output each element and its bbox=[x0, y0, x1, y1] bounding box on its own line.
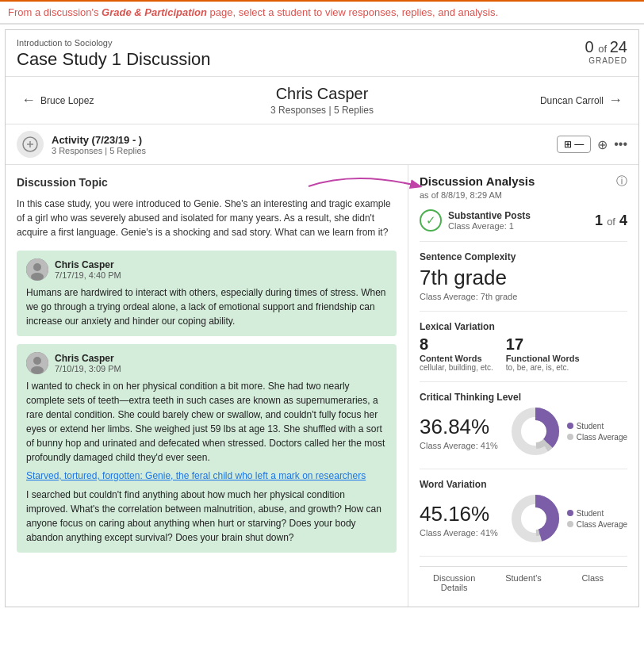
word-variation-section: Word Variation 45.16% Class Average: 41% bbox=[420, 479, 627, 557]
sentence-complexity-section: Sentence Complexity 7th grade Class Aver… bbox=[420, 251, 627, 312]
substantive-label: Substantive Posts bbox=[448, 210, 531, 221]
check-circle-icon: ✓ bbox=[420, 209, 442, 232]
header-right: 0 of 24 GRADED bbox=[585, 38, 627, 65]
post-date-2: 7/10/19, 3:09 PM bbox=[55, 364, 121, 373]
left-panel: Discussion Topic In this case study, you… bbox=[6, 165, 408, 607]
tab-class[interactable]: Class bbox=[558, 567, 627, 597]
banner-italic-text: Grade & Participation bbox=[102, 6, 207, 18]
tab-students[interactable]: Student's bbox=[489, 567, 558, 597]
activity-bar-right: ⊞ — ⊕ ••• bbox=[557, 136, 627, 153]
post-author-1: Chris Casper bbox=[55, 259, 121, 270]
activity-text: Activity (7/23/19 - ) 3 Responses | 5 Re… bbox=[52, 134, 146, 155]
functional-words-sub: to, be, are, is, etc. bbox=[506, 363, 580, 372]
responses-count: 3 Responses bbox=[270, 105, 326, 116]
next-student-name: Duncan Carroll bbox=[540, 95, 604, 106]
analysis-title: Discussion Analysis bbox=[420, 174, 535, 188]
word-variation-label: Word Variation bbox=[420, 479, 627, 490]
word-variation-avg: Class Average: 41% bbox=[420, 528, 498, 538]
prev-arrow-icon: ← bbox=[21, 92, 36, 109]
grid-icon: ⊞ bbox=[564, 139, 572, 150]
post-author-2: Chris Casper bbox=[55, 353, 121, 364]
post-link-2[interactable]: Starved, tortured, forgotten: Genie, the… bbox=[26, 470, 366, 481]
post-body-1: Humans are hardwired to interact with ot… bbox=[26, 285, 387, 328]
analysis-date: as of 8/8/19, 8:29 AM bbox=[420, 190, 627, 200]
svg-point-5 bbox=[33, 357, 41, 365]
critical-thinking-donut-area: Student Class Average bbox=[510, 406, 627, 459]
legend-class: Class Average bbox=[567, 433, 627, 442]
banner-text-after: page, select a student to view responses… bbox=[207, 6, 498, 18]
word-variation-value-area: 45.16% Class Average: 41% bbox=[420, 502, 498, 538]
legend-student-label: Student bbox=[577, 422, 604, 431]
legend-student-dot bbox=[567, 423, 573, 429]
post-meta-1: Chris Casper 7/17/19, 4:40 PM bbox=[55, 259, 121, 280]
substantive-avg: Class Average: 1 bbox=[448, 221, 531, 231]
wv-legend-student: Student bbox=[567, 509, 627, 518]
word-variation-legend: Student Class Average bbox=[567, 509, 627, 531]
sentence-complexity-avg: Class Average: 7th grade bbox=[420, 292, 627, 301]
post-card-2: Chris Casper 7/10/19, 3:09 PM I wanted t… bbox=[17, 344, 397, 553]
next-student-nav[interactable]: Duncan Carroll → bbox=[540, 92, 623, 109]
substantive-value: 1 of 4 bbox=[595, 212, 627, 229]
sentence-complexity-value: 7th grade bbox=[420, 266, 627, 290]
activity-title: Activity (7/23/19 - ) bbox=[52, 134, 146, 146]
graded-total: 24 bbox=[610, 38, 627, 56]
info-icon[interactable]: ⓘ bbox=[616, 174, 627, 189]
lexical-row: 8 Content Words cellular, building, etc.… bbox=[420, 335, 627, 372]
grid-view-button[interactable]: ⊞ — bbox=[557, 136, 591, 153]
header-section: Introduction to Sociology Case Study 1 D… bbox=[6, 30, 638, 77]
critical-thinking-donut bbox=[510, 406, 561, 459]
substantive-text: Substantive Posts Class Average: 1 bbox=[448, 210, 531, 231]
add-button[interactable]: ⊕ bbox=[597, 137, 608, 152]
tab-discussion-details[interactable]: Discussion Details bbox=[420, 567, 489, 597]
analysis-header: Discussion Analysis ⓘ bbox=[420, 174, 627, 189]
word-variation-donut-area: Student Class Average bbox=[510, 493, 627, 546]
top-banner: From a discussion's Grade & Participatio… bbox=[0, 0, 644, 25]
wv-legend-class-label: Class Average bbox=[577, 520, 627, 529]
substantive-row: ✓ Substantive Posts Class Average: 1 1 o… bbox=[420, 209, 627, 232]
critical-thinking-value-area: 36.84% Class Average: 41% bbox=[420, 415, 498, 450]
word-variation-donut bbox=[510, 493, 561, 546]
wv-legend-student-dot bbox=[567, 510, 573, 516]
content-area: Discussion Topic In this case study, you… bbox=[6, 165, 638, 607]
discussion-topic-text: In this case study, you were introduced … bbox=[17, 197, 397, 239]
course-name: Introduction to Sociology bbox=[17, 38, 211, 48]
graded-count: 0 of 24 bbox=[585, 38, 627, 56]
critical-thinking-avg: Class Average: 41% bbox=[420, 441, 498, 450]
more-options-button[interactable]: ••• bbox=[614, 137, 627, 151]
legend-class-dot bbox=[567, 434, 573, 440]
word-variation-value: 45.16% bbox=[420, 502, 498, 526]
svg-point-2 bbox=[33, 263, 41, 271]
legend-class-label: Class Average bbox=[577, 433, 627, 442]
discussion-topic-label: Discussion Topic bbox=[17, 176, 397, 189]
wv-legend-student-label: Student bbox=[577, 509, 604, 518]
wv-legend-class-dot bbox=[567, 521, 573, 527]
wv-legend-class: Class Average bbox=[567, 520, 627, 529]
right-panel: Discussion Analysis ⓘ as of 8/8/19, 8:29… bbox=[408, 165, 638, 607]
student-center-info: Chris Casper 3 Responses | 5 Replies bbox=[270, 85, 374, 116]
functional-words-item: 17 Functional Words to, be, are, is, etc… bbox=[506, 335, 580, 372]
grid-dash: — bbox=[574, 139, 584, 150]
graded-label: GRADED bbox=[585, 56, 627, 65]
post-date-1: 7/17/19, 4:40 PM bbox=[55, 270, 121, 280]
student-name: Chris Casper bbox=[270, 85, 374, 103]
substantive-posts-section: ✓ Substantive Posts Class Average: 1 1 o… bbox=[420, 209, 627, 242]
post-body-2b: I searched but couldn't find anything ab… bbox=[26, 488, 387, 545]
activity-icon bbox=[17, 131, 44, 158]
activity-subtitle: 3 Responses | 5 Replies bbox=[52, 146, 146, 155]
prev-student-nav[interactable]: ← Bruce Lopez bbox=[21, 92, 94, 109]
content-words-item: 8 Content Words cellular, building, etc. bbox=[420, 335, 493, 372]
functional-words-label: Functional Words bbox=[506, 354, 580, 363]
header-left: Introduction to Sociology Case Study 1 D… bbox=[17, 38, 211, 70]
post-card-1: Chris Casper 7/17/19, 4:40 PM Humans are… bbox=[17, 251, 397, 336]
analysis-tabs: Discussion Details Student's Class bbox=[420, 566, 627, 597]
critical-thinking-row: 36.84% Class Average: 41% bbox=[420, 406, 627, 459]
svg-point-16 bbox=[521, 504, 550, 533]
banner-text-before: From a discussion's bbox=[8, 6, 102, 18]
content-words-count: 8 bbox=[420, 335, 493, 354]
post-header-2: Chris Casper 7/10/19, 3:09 PM bbox=[26, 352, 387, 374]
graded-of: of bbox=[598, 43, 609, 55]
sentence-complexity-label: Sentence Complexity bbox=[420, 251, 627, 262]
prev-student-name: Bruce Lopez bbox=[40, 95, 94, 106]
post-avatar-1 bbox=[26, 258, 48, 281]
next-arrow-icon: → bbox=[608, 92, 623, 109]
